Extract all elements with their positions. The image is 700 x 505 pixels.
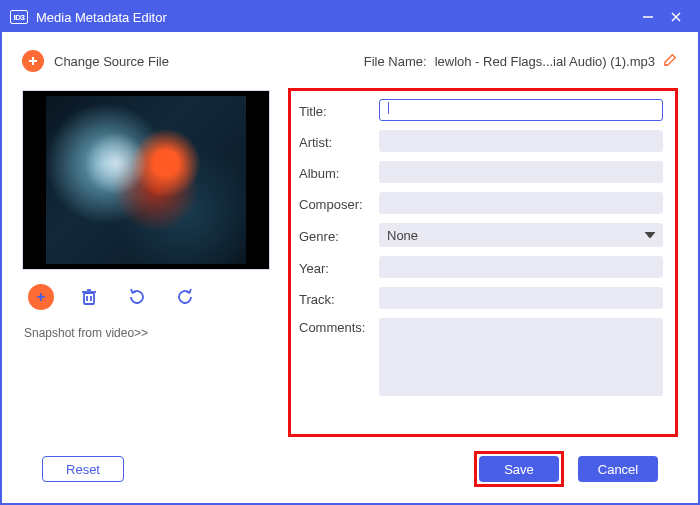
genre-label: Genre: — [299, 227, 379, 244]
minimize-button[interactable] — [634, 3, 662, 31]
change-source-button[interactable]: Change Source File — [22, 50, 169, 72]
app-logo-icon: ID3 — [10, 10, 28, 24]
footer: Reset Save Cancel — [22, 437, 678, 487]
genre-select[interactable]: None — [379, 223, 663, 247]
close-button[interactable] — [662, 3, 690, 31]
title-label: Title: — [299, 102, 379, 119]
snapshot-link[interactable]: Snapshot from video>> — [22, 326, 272, 340]
change-source-label: Change Source File — [54, 54, 169, 69]
artist-label: Artist: — [299, 133, 379, 150]
edit-filename-button[interactable] — [663, 52, 678, 70]
comments-input[interactable] — [379, 318, 663, 396]
plus-icon — [22, 50, 44, 72]
composer-label: Composer: — [299, 195, 379, 212]
titlebar: ID3 Media Metadata Editor — [2, 2, 698, 32]
window-title: Media Metadata Editor — [36, 10, 634, 25]
track-label: Track: — [299, 290, 379, 307]
filename-block: File Name: lewloh - Red Flags...ial Audi… — [364, 52, 678, 70]
year-label: Year: — [299, 259, 379, 276]
album-artwork — [46, 96, 246, 264]
save-highlight: Save — [474, 451, 564, 487]
title-input[interactable] — [379, 99, 663, 121]
metadata-form: Title: Artist: Album: Composer: Genre: — [288, 88, 678, 437]
chevron-down-icon — [645, 232, 655, 238]
track-input[interactable] — [379, 287, 663, 309]
delete-artwork-button[interactable] — [76, 284, 102, 310]
year-input[interactable] — [379, 256, 663, 278]
reset-button[interactable]: Reset — [42, 456, 124, 482]
content-area: Change Source File File Name: lewloh - R… — [2, 32, 698, 503]
comments-label: Comments: — [299, 318, 379, 335]
album-label: Album: — [299, 164, 379, 181]
artwork-frame — [22, 90, 270, 270]
composer-input[interactable] — [379, 192, 663, 214]
app-window: ID3 Media Metadata Editor Change Source … — [0, 0, 700, 505]
add-artwork-button[interactable] — [28, 284, 54, 310]
left-panel: Snapshot from video>> — [22, 90, 272, 437]
rotate-right-button[interactable] — [172, 284, 198, 310]
rotate-left-button[interactable] — [124, 284, 150, 310]
svg-marker-13 — [645, 232, 655, 238]
save-button[interactable]: Save — [479, 456, 559, 482]
filename-value: lewloh - Red Flags...ial Audio) (1).mp3 — [435, 54, 655, 69]
svg-rect-8 — [84, 293, 94, 304]
top-row: Change Source File File Name: lewloh - R… — [22, 50, 678, 72]
cancel-button[interactable]: Cancel — [578, 456, 658, 482]
filename-label: File Name: — [364, 54, 427, 69]
artwork-toolbar — [22, 270, 272, 320]
main-body: Snapshot from video>> Title: Artist: Alb… — [22, 90, 678, 437]
artist-input[interactable] — [379, 130, 663, 152]
genre-value: None — [387, 228, 418, 243]
album-input[interactable] — [379, 161, 663, 183]
